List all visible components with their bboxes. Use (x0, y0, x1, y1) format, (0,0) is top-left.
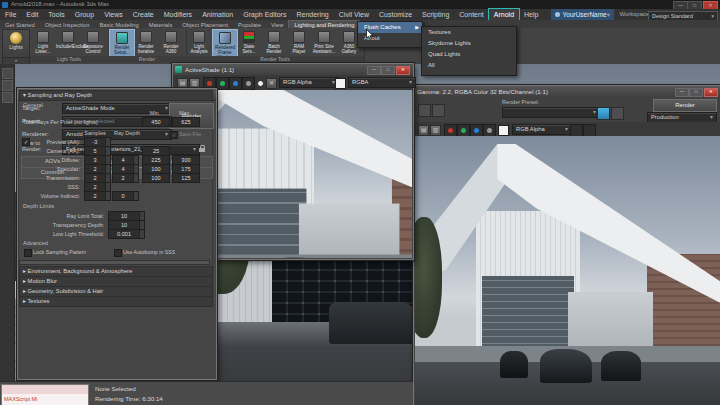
menu-edit[interactable]: Edit (21, 9, 43, 20)
menu-group[interactable]: Group (70, 9, 99, 20)
rendered-frame-window-button[interactable]: Rendered Frame Window (212, 29, 238, 58)
car (500, 351, 527, 378)
autobump-checkbox[interactable] (114, 249, 122, 257)
maximize-icon[interactable]: □ (689, 88, 703, 97)
maxscript-macro-pane[interactable] (2, 385, 88, 394)
menu-graph-editors[interactable]: Graph Editors (238, 9, 291, 20)
rollout-geometry[interactable]: ▸ Geometry, Subdivision & Hair (19, 286, 213, 289)
submenu-item-textures[interactable]: Textures (422, 27, 516, 38)
menu-help[interactable]: Help (519, 9, 543, 20)
close-icon[interactable]: ✕ (396, 66, 410, 75)
alpha-channel-toggle[interactable] (242, 77, 255, 90)
ribbon-group-render: Render Setup... Render Iterative Render … (108, 29, 187, 63)
render-setup-icon (116, 32, 128, 44)
background-color-swatch[interactable] (498, 125, 509, 136)
menu-animation[interactable]: Animation (197, 9, 238, 20)
menu-create[interactable]: Create (128, 9, 159, 20)
tool-icon[interactable] (2, 92, 13, 103)
area-to-render-icon[interactable] (418, 104, 431, 117)
save-image-icon[interactable]: ▤ (418, 125, 429, 136)
menu-views[interactable]: Views (99, 9, 128, 20)
include-exclude-button[interactable]: Include/Exclude (56, 29, 80, 56)
channel-display-select[interactable]: RGB Alpha▾ (279, 77, 339, 88)
maximize-icon[interactable]: □ (381, 66, 395, 75)
background-color-swatch[interactable] (335, 78, 346, 89)
setup-icon[interactable] (597, 107, 610, 120)
row-label: Specular: (20, 165, 80, 173)
minimize-icon[interactable]: — (367, 66, 381, 75)
workspace-select[interactable]: Design Standard▾ (648, 11, 718, 21)
collapse-icon: ▾ (23, 92, 26, 98)
light-analysis-button[interactable]: Light Analysis (187, 29, 211, 56)
low-light-threshold-label: Low Light Threshold: (20, 230, 104, 238)
blue-channel-toggle[interactable] (229, 77, 242, 90)
render-setup-button[interactable]: Render Setup... (109, 29, 135, 58)
user-icon (555, 12, 560, 17)
ribbon-group-render-tools: Light Analysis Rendered Frame Window Sta… (186, 29, 365, 63)
exposure-control-button[interactable]: Exposure Control (81, 29, 105, 56)
minimize-icon[interactable]: — (675, 88, 689, 97)
user-account-button[interactable]: YourUserName ▾ (551, 9, 614, 20)
max-column-label: Max. (172, 109, 198, 117)
light-lister-button[interactable]: Light Lister... (31, 29, 55, 56)
building-glass (482, 276, 574, 357)
print-size-assistant-button[interactable]: Print Size Assistant... (312, 29, 336, 56)
save-file-checkbox[interactable]: ✓ (170, 131, 178, 139)
lock-sampling-checkbox[interactable] (24, 249, 32, 257)
menu-file[interactable]: File (0, 9, 21, 20)
state-sets-icon (243, 31, 255, 43)
monochrome-dot-icon[interactable] (257, 80, 264, 87)
render-preset-select[interactable]: ▾ (502, 107, 600, 118)
panel-scrollbar[interactable] (19, 260, 210, 265)
autobump-label: Use Autobump in SSS (123, 248, 175, 256)
maxscript-listener-pane[interactable]: MAXScript Mi (2, 394, 88, 405)
render-iterative-button[interactable]: Render Iterative (134, 29, 158, 56)
volume-samples-spinner[interactable]: 2 (84, 191, 111, 201)
maxscript-mini-listener[interactable]: MAXScript Mi (1, 384, 89, 405)
print-size-assistant-icon (318, 31, 330, 43)
preview-checkbox[interactable]: ✓ (22, 138, 30, 146)
menu-customize[interactable]: Customize (374, 9, 417, 20)
tool-icon[interactable] (2, 68, 13, 79)
lock-view-icon[interactable] (432, 104, 445, 117)
green-channel-toggle[interactable] (216, 77, 229, 90)
low-light-threshold-spinner[interactable]: 0.001 (108, 229, 145, 239)
batch-render-button[interactable]: Batch Render (262, 29, 286, 56)
total-rays-max-value: 625 (172, 117, 200, 127)
submenu-arrow-icon: ▶ (415, 22, 419, 33)
menu-civil-view[interactable]: Civil View (334, 9, 374, 20)
lock-view-icon[interactable] (198, 145, 206, 153)
menu-rendering[interactable]: Rendering (291, 9, 333, 20)
volume-depth-spinner[interactable]: 0 (112, 191, 139, 201)
clear-icon[interactable]: ✕ (266, 78, 277, 89)
close-icon[interactable]: ✕ (704, 88, 718, 97)
building-annex (299, 204, 399, 258)
render-button[interactable]: Render (653, 99, 717, 112)
menu-arnold[interactable]: Arnold (489, 9, 519, 20)
state-sets-button[interactable]: State Sets... (237, 29, 261, 56)
clone-window-icon[interactable]: ▥ (430, 125, 441, 136)
render-a360-button[interactable]: Render A360 (159, 29, 183, 56)
render-a360-icon (165, 31, 177, 43)
ram-player-icon (293, 31, 305, 43)
menu-tools[interactable]: Tools (43, 9, 69, 20)
menu-modifiers[interactable]: Modifiers (159, 9, 197, 20)
rollout-sampling[interactable]: ▾ Sampling and Ray Depth (19, 90, 213, 101)
rendered-image[interactable] (415, 136, 720, 405)
chevron-down-icon: ▾ (711, 12, 714, 20)
transmission-depth-spinner[interactable]: 2 (112, 173, 139, 183)
ram-player-button[interactable]: RAM Player (287, 29, 311, 56)
submenu-item-all[interactable]: All (422, 60, 516, 71)
lights-button[interactable]: Lights (2, 29, 30, 58)
channel-display-select[interactable]: RGB Alpha▾ (512, 124, 572, 135)
tool-icon[interactable] (2, 80, 13, 91)
view-to-render-select[interactable]: Full-render: archexteriors_21_06▾ (62, 144, 200, 155)
samples-column-label: Samples (80, 129, 110, 137)
menu-scripting[interactable]: Scripting (417, 9, 454, 20)
format-select[interactable]: RGBA▾ (348, 77, 416, 88)
submenu-item-skydome-lights[interactable]: Skydome Lights (422, 38, 516, 49)
submenu-item-quad-lights[interactable]: Quad Lights (422, 49, 516, 60)
render-time-status: Rendering Time: 6:30:14 (95, 395, 163, 402)
environment-icon[interactable] (611, 107, 624, 120)
menu-content[interactable]: Content (454, 9, 489, 20)
